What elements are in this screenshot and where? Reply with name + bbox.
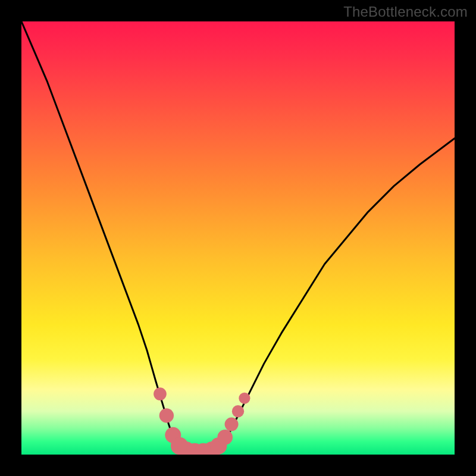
watermark-text: TheBottleneck.com	[343, 4, 468, 20]
curve-marker	[154, 387, 167, 400]
curve-marker	[217, 430, 233, 445]
curve-marker	[239, 393, 250, 404]
plot-area	[21, 21, 455, 455]
bottleneck-curve	[21, 21, 455, 452]
curve-marker	[159, 408, 174, 422]
chart-frame: TheBottleneck.com	[0, 0, 476, 476]
curve-markers	[154, 387, 250, 455]
chart-svg	[21, 21, 455, 455]
curve-path	[21, 21, 455, 452]
curve-marker	[232, 405, 244, 417]
curve-marker	[225, 418, 239, 431]
